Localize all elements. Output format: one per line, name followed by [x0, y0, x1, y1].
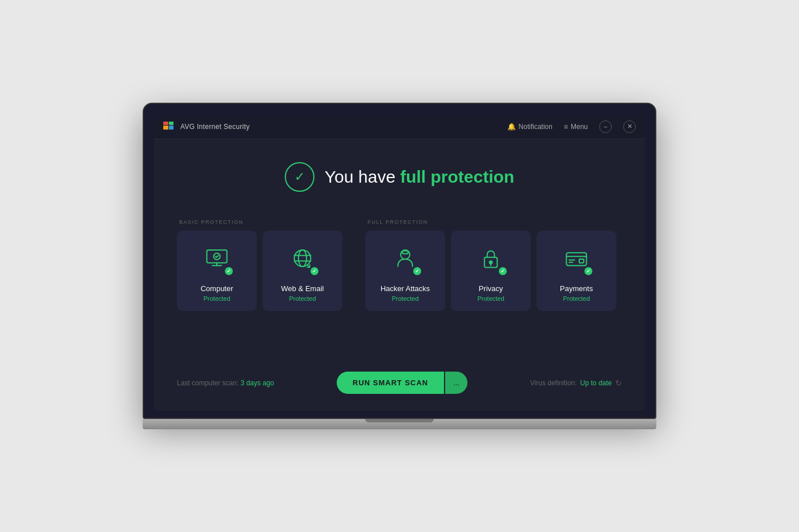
last-scan-text: Last computer scan: 3 days ago	[177, 379, 274, 387]
web-email-icon-wrapper: ✓	[285, 242, 320, 276]
svg-rect-9	[402, 251, 408, 254]
laptop-wrapper: AVG Internet Security 🔔 Notification ≡ M…	[143, 103, 656, 429]
menu-icon: ≡	[564, 123, 568, 131]
laptop-notch	[365, 419, 434, 422]
computer-card-title: Computer	[200, 284, 233, 293]
computer-icon-wrapper: ✓	[200, 242, 234, 276]
app-content: ✓ You have full protection BASIC PROTECT…	[154, 139, 645, 411]
computer-card-status: Protected	[203, 295, 230, 302]
basic-protection-label: BASIC PROTECTION	[177, 219, 342, 225]
payments-icon-wrapper: ✓	[559, 242, 594, 276]
laptop-screen: AVG Internet Security 🔔 Notification ≡ M…	[143, 103, 656, 419]
minimize-button[interactable]: −	[599, 120, 612, 133]
full-protection-group: FULL PROTECTION	[365, 219, 616, 311]
logo-red	[163, 122, 168, 126]
laptop-base	[143, 419, 656, 429]
group-divider	[342, 219, 365, 311]
status-text: You have full protection	[325, 167, 514, 187]
web-email-check: ✓	[309, 266, 320, 276]
check-icon: ✓	[294, 170, 305, 184]
svg-point-5	[298, 250, 306, 267]
privacy-card-title: Privacy	[479, 284, 503, 293]
hacker-card-status: Protected	[392, 295, 418, 302]
computer-check: ✓	[224, 266, 234, 276]
scan-button-wrapper: RUN SMART SCAN ...	[337, 372, 467, 394]
minimize-icon: −	[604, 123, 607, 130]
app-window: AVG Internet Security 🔔 Notification ≡ M…	[154, 114, 645, 411]
computer-card[interactable]: ✓ Computer Protected	[177, 231, 257, 311]
logo-blue	[169, 126, 174, 130]
hacker-card-title: Hacker Attacks	[381, 284, 430, 293]
privacy-card-status: Protected	[477, 295, 504, 302]
close-button[interactable]: ✕	[623, 120, 636, 133]
bell-icon: 🔔	[507, 123, 516, 131]
status-check-circle: ✓	[285, 162, 314, 192]
privacy-icon-wrapper: ✓	[474, 242, 508, 276]
app-title: AVG Internet Security	[180, 123, 249, 131]
hacker-icon-wrapper: ✓	[388, 242, 422, 276]
avg-logo	[163, 122, 176, 132]
protection-sections: BASIC PROTECTION	[177, 219, 622, 311]
basic-protection-cards: ✓ Computer Protected	[177, 231, 342, 311]
privacy-check: ✓	[498, 266, 508, 276]
virus-definition: Virus definition: Up to date ↻	[530, 378, 622, 388]
payments-card-status: Protected	[563, 295, 590, 302]
logo-yellow	[163, 126, 168, 130]
web-email-card[interactable]: ✓ Web & Email Protected	[263, 231, 342, 311]
menu-button[interactable]: ≡ Menu	[564, 123, 588, 131]
web-email-card-title: Web & Email	[281, 284, 324, 293]
run-smart-scan-button[interactable]: RUN SMART SCAN	[337, 372, 444, 394]
svg-rect-17	[579, 259, 584, 263]
status-header: ✓ You have full protection	[285, 162, 514, 192]
payments-check: ✓	[583, 266, 594, 276]
title-bar: AVG Internet Security 🔔 Notification ≡ M…	[154, 114, 645, 139]
app-logo-area: AVG Internet Security	[163, 122, 507, 132]
basic-protection-group: BASIC PROTECTION	[177, 219, 342, 311]
hacker-check: ✓	[412, 266, 422, 276]
notification-button[interactable]: 🔔 Notification	[507, 123, 552, 131]
full-protection-cards: ✓ Hacker Attacks Protected	[365, 231, 616, 311]
payments-card[interactable]: ✓ Payments Protected	[536, 231, 616, 311]
screen-bezel: AVG Internet Security 🔔 Notification ≡ M…	[154, 114, 645, 411]
payments-card-title: Payments	[560, 284, 593, 293]
title-bar-controls: 🔔 Notification ≡ Menu − ✕	[507, 120, 636, 133]
bottom-bar: Last computer scan: 3 days ago RUN SMART…	[177, 372, 622, 394]
scan-more-button[interactable]: ...	[445, 372, 467, 394]
svg-point-4	[294, 250, 311, 267]
full-protection-label: FULL PROTECTION	[365, 219, 616, 225]
privacy-card[interactable]: ✓ Privacy Protected	[451, 231, 531, 311]
close-icon: ✕	[627, 123, 632, 130]
logo-green	[169, 122, 174, 126]
web-email-card-status: Protected	[289, 295, 316, 302]
hacker-attacks-card[interactable]: ✓ Hacker Attacks Protected	[365, 231, 445, 311]
refresh-icon[interactable]: ↻	[615, 378, 622, 388]
